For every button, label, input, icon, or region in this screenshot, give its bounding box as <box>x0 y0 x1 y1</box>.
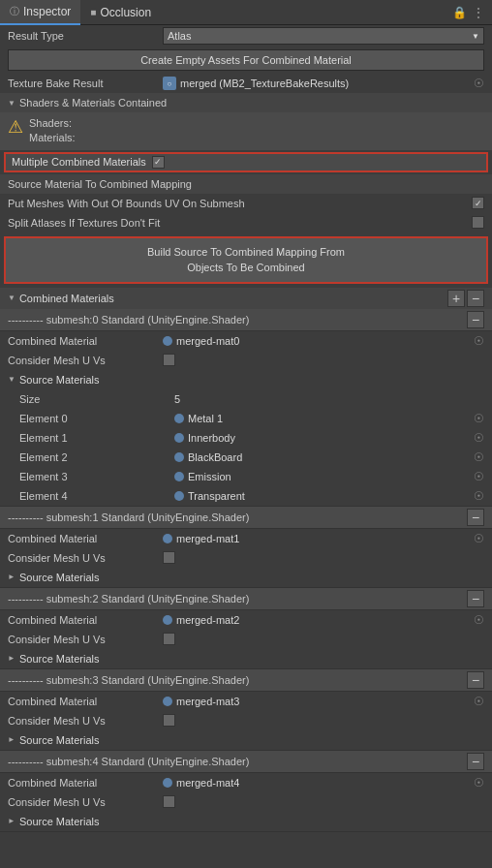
submesh-source-triangle-0: ▼ <box>8 375 15 384</box>
submesh-title-0: ---------- submesh:0 Standard (UnityEngi… <box>8 314 249 326</box>
submesh-size-value-0: 5 <box>174 393 484 405</box>
submesh-element-name-0-3: Emission <box>188 471 231 482</box>
submesh-consider-row-0: Consider Mesh U Vs <box>0 351 492 370</box>
submesh-eye-icon-0[interactable]: ☉ <box>470 334 484 348</box>
out-of-bounds-checkbox[interactable] <box>472 197 484 209</box>
submesh-consider-checkbox-0[interactable] <box>163 354 175 366</box>
split-atlases-label: Split Atlases If Textures Don't Fit <box>8 217 472 229</box>
combined-add-button[interactable]: + <box>447 290 465 307</box>
submesh-obj-dot-2 <box>163 615 172 625</box>
texture-bake-eye-icon[interactable]: ☉ <box>470 77 484 90</box>
shaders-section-label: Shaders & Materials Contained <box>19 97 167 108</box>
submesh-eye-icon-3[interactable]: ☉ <box>470 695 484 708</box>
lock-icon[interactable]: 🔒 <box>452 6 467 19</box>
submesh-combined-value-1: merged-mat1 ☉ <box>163 532 484 545</box>
submesh-obj-dot-3 <box>163 697 172 706</box>
submesh-element-object-0-3: Emission <box>174 471 466 482</box>
submesh-element-label-0-2: Element 2 <box>19 451 174 463</box>
submesh-consider-row-4: Consider Mesh U Vs <box>0 792 492 812</box>
submesh-element-eye-0-4[interactable]: ☉ <box>470 489 484 503</box>
submesh-source-header-2: ▼ Source Materials <box>0 649 492 668</box>
submesh-element-dot-0-3 <box>174 472 184 481</box>
submesh-element-object-0-1: Innerbody <box>174 432 466 444</box>
submesh-consider-value-1 <box>163 551 484 564</box>
submesh-combined-label-1: Combined Material <box>8 533 163 544</box>
texture-bake-value: merged (MB2_TextureBakeResults) <box>180 78 349 89</box>
submesh-element-eye-0-1[interactable]: ☉ <box>470 431 484 445</box>
submesh-source-triangle-3: ▼ <box>7 736 15 744</box>
split-atlases-row: Split Atlases If Textures Don't Fit <box>0 213 492 232</box>
tab-occlusion[interactable]: ■ Occlusion <box>80 0 161 25</box>
submesh-header-0: ---------- submesh:0 Standard (UnityEngi… <box>0 309 492 331</box>
submesh-combined-object-1: merged-mat1 <box>163 533 466 544</box>
submesh-consider-label-3: Consider Mesh U Vs <box>8 715 163 727</box>
build-mapping-button[interactable]: Build Source To Combined Mapping From Ob… <box>6 238 486 282</box>
window-controls: 🔒 ⋮ <box>452 6 492 19</box>
submesh-combined-label-3: Combined Material <box>8 696 163 707</box>
warning-shaders: Shaders: <box>29 116 76 131</box>
submesh-combined-label-0: Combined Material <box>8 335 163 347</box>
result-type-select[interactable]: Atlas ▼ <box>163 27 484 45</box>
submesh-remove-btn-0[interactable]: − <box>467 311 484 328</box>
menu-icon[interactable]: ⋮ <box>473 6 484 19</box>
warning-materials: Materials: <box>29 131 76 145</box>
create-empty-assets-button[interactable]: Create Empty Assets For Combined Materia… <box>8 49 484 71</box>
source-mapping-header: Source Material To Combined Mapping <box>0 174 492 194</box>
texture-bake-object: ○ merged (MB2_TextureBakeResults) <box>163 77 466 90</box>
submesh-eye-icon-2[interactable]: ☉ <box>470 613 484 627</box>
submesh-element-row-0-1: Element 1 Innerbody ☉ <box>0 428 492 448</box>
submesh-obj-dot-0 <box>163 336 172 346</box>
select-arrow-icon: ▼ <box>472 32 479 41</box>
combined-materials-controls: + − <box>447 290 484 307</box>
submesh-element-name-0-0: Metal 1 <box>188 413 223 424</box>
submesh-eye-icon-4[interactable]: ☉ <box>470 776 484 790</box>
result-type-row: Result Type Atlas ▼ <box>0 25 492 46</box>
submesh-source-header-3: ▼ Source Materials <box>0 730 492 750</box>
main-content: Result Type Atlas ▼ Create Empty Assets … <box>0 25 492 868</box>
submesh-remove-btn-1[interactable]: − <box>467 509 484 526</box>
submesh-source-header-1: ▼ Source Materials <box>0 568 492 587</box>
submesh-consider-checkbox-2[interactable] <box>163 633 175 645</box>
submesh-combined-mat-4: merged-mat4 <box>176 777 239 789</box>
combined-remove-button[interactable]: − <box>467 290 484 307</box>
submesh-element-eye-0-2[interactable]: ☉ <box>470 450 484 464</box>
submesh-size-row-0: Size 5 <box>0 389 492 409</box>
submesh-element-value-0-0: Metal 1 ☉ <box>174 412 484 425</box>
submesh-consider-checkbox-4[interactable] <box>163 795 175 808</box>
submesh-remove-btn-4[interactable]: − <box>467 753 484 770</box>
multiple-combined-checkbox[interactable] <box>152 156 165 169</box>
submesh-group-3: ---------- submesh:3 Standard (UnityEngi… <box>0 669 492 751</box>
submesh-consider-value-0 <box>163 354 484 366</box>
tab-inspector[interactable]: ⓘ Inspector <box>0 0 80 25</box>
texture-bake-obj-icon: ○ <box>163 77 176 90</box>
submesh-element-dot-0-4 <box>174 491 184 501</box>
submesh-element-value-0-4: Transparent ☉ <box>174 489 484 503</box>
build-mapping-line1: Build Source To Combined Mapping From <box>147 244 345 261</box>
submesh-remove-btn-3[interactable]: − <box>467 671 484 689</box>
submesh-remove-btn-2[interactable]: − <box>467 590 484 607</box>
submesh-consider-value-3 <box>163 714 484 727</box>
submesh-combined-label-4: Combined Material <box>8 777 163 789</box>
submesh-element-dot-0-0 <box>174 414 184 423</box>
submesh-source-triangle-2: ▼ <box>7 655 15 663</box>
combined-materials-label: Combined Materials <box>19 293 114 304</box>
submesh-source-header-4: ▼ Source Materials <box>0 812 492 831</box>
submesh-group-4: ---------- submesh:4 Standard (UnityEngi… <box>0 751 492 832</box>
submesh-source-triangle-1: ▼ <box>7 574 15 581</box>
submesh-source-label-0: Source Materials <box>19 374 100 386</box>
submesh-element-eye-0-0[interactable]: ☉ <box>470 412 484 425</box>
texture-bake-row: Texture Bake Result ○ merged (MB2_Textur… <box>0 74 492 93</box>
occlusion-icon: ■ <box>90 7 96 17</box>
submesh-element-row-0-3: Element 3 Emission ☉ <box>0 467 492 486</box>
submesh-element-eye-0-3[interactable]: ☉ <box>470 470 484 483</box>
submesh-consider-checkbox-3[interactable] <box>163 714 175 727</box>
submesh-consider-checkbox-1[interactable] <box>163 551 175 564</box>
submesh-combined-mat-0: merged-mat0 <box>176 335 239 347</box>
submesh-title-2: ---------- submesh:2 Standard (UnityEngi… <box>8 593 249 604</box>
inspector-icon: ⓘ <box>10 5 19 18</box>
submesh-element-row-0-0: Element 0 Metal 1 ☉ <box>0 409 492 428</box>
submesh-size-label-0: Size <box>19 393 174 405</box>
submesh-eye-icon-1[interactable]: ☉ <box>470 532 484 545</box>
split-atlases-checkbox[interactable] <box>472 216 484 229</box>
submesh-source-header-0: ▼ Source Materials <box>0 370 492 389</box>
